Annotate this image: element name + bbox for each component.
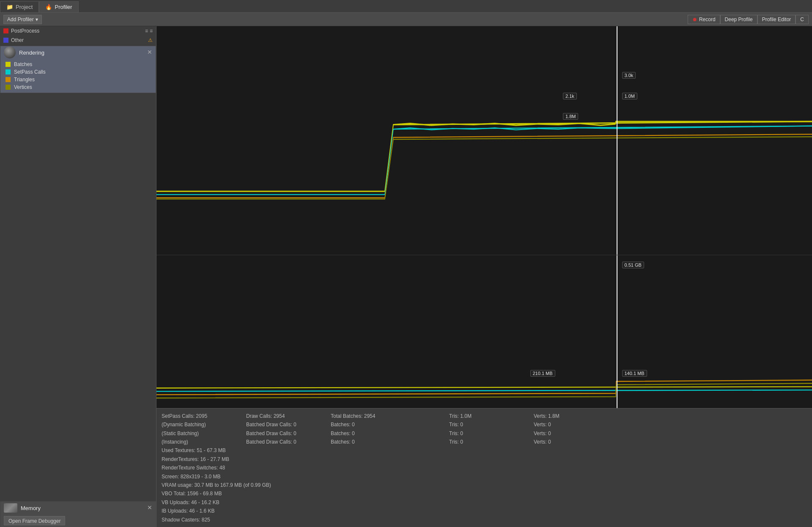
profiler-item-other[interactable]: Other ⚠ xyxy=(0,36,156,45)
stats-row-4: (Instancing) Batched Draw Calls: 0 Batch… xyxy=(162,438,807,446)
memory-title: Memory xyxy=(21,505,41,511)
profiler-tab-label: Profiler xyxy=(55,4,72,10)
record-button[interactable]: ⏺ Record xyxy=(688,15,720,24)
stats-verts-1: Verts: 1.8M xyxy=(534,412,618,420)
batches-label: Batches xyxy=(14,61,32,67)
deep-profile-button[interactable]: Deep Profile xyxy=(720,15,757,24)
dropdown-arrow-icon: ▾ xyxy=(36,17,38,22)
stats-instancing-label: (Instancing) xyxy=(162,438,246,446)
legend-item-batches: Batches xyxy=(5,61,151,67)
stats-dynamic-label: (Dynamic Batching) xyxy=(162,420,246,429)
tab-project[interactable]: 📁 Project xyxy=(0,1,39,12)
project-tab-label: Project xyxy=(16,4,33,10)
clear-label: C xyxy=(800,17,804,22)
stats-dynamic-draw: Batched Draw Calls: 0 xyxy=(246,420,331,429)
rendering-icon xyxy=(4,47,16,58)
open-frame-debugger-button[interactable]: Open Frame Debugger xyxy=(4,516,65,525)
open-frame-label: Open Frame Debugger xyxy=(8,518,60,524)
stats-instancing-draw: Batched Draw Calls: 0 xyxy=(246,438,331,446)
stats-vb-uploads: VB Uploads: 46 - 16.2 KB xyxy=(162,498,807,507)
postprocess-label: PostProcess xyxy=(11,28,39,34)
rendering-chart: 3.0k 2.1k 1.0M 1.8M xyxy=(156,26,812,255)
memory-icon xyxy=(4,503,17,513)
svg-rect-1 xyxy=(156,255,812,408)
rendering-legend: Batches SetPass Calls Triangles Vertices xyxy=(0,59,156,93)
stats-screen: Screen: 828x319 - 3.0 MB xyxy=(162,472,807,481)
tab-profiler[interactable]: 🔥 Profiler xyxy=(39,1,78,12)
label-1401mb: 140.1 MB xyxy=(622,370,647,377)
rendering-cursor-line xyxy=(617,26,617,255)
legend-item-setpass: SetPass Calls xyxy=(5,69,151,75)
rendering-section: Rendering ✕ Batches SetPass Calls Triang… xyxy=(0,46,156,93)
main-layout: PostProcess ≡ ≡ Other ⚠ Rendering ✕ xyxy=(0,26,812,527)
stats-instancing-batches: Batches: 0 xyxy=(331,438,449,446)
vertices-color xyxy=(5,85,11,90)
stats-dynamic-batches: Batches: 0 xyxy=(331,420,449,429)
setpass-label: SetPass Calls xyxy=(14,69,46,75)
menu-icon[interactable]: ≡ xyxy=(145,28,148,34)
stats-static-draw: Batched Draw Calls: 0 xyxy=(246,429,331,438)
stats-used-textures: Used Textures: 51 - 67.3 MB xyxy=(162,446,807,455)
stats-rt-switches: RenderTexture Switches: 48 xyxy=(162,464,807,472)
other-color-swatch xyxy=(3,38,8,43)
add-profiler-button[interactable]: Add Profiler ▾ xyxy=(3,15,42,24)
left-panel: PostProcess ≡ ≡ Other ⚠ Rendering ✕ xyxy=(0,26,156,527)
stats-row-1: SetPass Calls: 2095 Draw Calls: 2954 Tot… xyxy=(162,412,807,420)
memory-chart: 0.51 GB 210.1 MB 140.1 MB xyxy=(156,255,812,408)
stats-static-verts: Verts: 0 xyxy=(534,429,618,438)
stats-static-label: (Static Batching) xyxy=(162,429,246,438)
stats-total-batches: Total Batches: 2954 xyxy=(331,412,449,420)
project-tab-icon: 📁 xyxy=(6,4,13,10)
label-051gb: 0.51 GB xyxy=(622,262,644,268)
rendering-close-button[interactable]: ✕ xyxy=(147,49,152,55)
spacer-rendering xyxy=(0,93,156,501)
stats-panel: SetPass Calls: 2095 Draw Calls: 2954 Tot… xyxy=(156,408,812,527)
rendering-svg xyxy=(156,26,812,255)
rendering-title: Rendering xyxy=(19,50,44,56)
clear-button[interactable]: C xyxy=(796,15,809,24)
profiler-item-postprocess[interactable]: PostProcess ≡ ≡ xyxy=(0,26,156,36)
stats-shadow-casters: Shadow Casters: 825 xyxy=(162,516,807,524)
triangles-label: Triangles xyxy=(14,77,35,83)
label-3k: 3.0k xyxy=(622,72,636,79)
memory-cursor-line xyxy=(617,255,617,408)
chart-area[interactable]: 3.0k 2.1k 1.0M 1.8M 0.51 GB xyxy=(156,26,812,408)
toolbar: Add Profiler ▾ ⏺ Record Deep Profile Pro… xyxy=(0,13,812,26)
stats-dynamic-verts: Verts: 0 xyxy=(534,420,618,429)
stats-dynamic-tris: Tris: 0 xyxy=(449,420,534,429)
other-icons: ⚠ xyxy=(148,37,153,43)
stats-draw-calls: Draw Calls: 2954 xyxy=(246,412,331,420)
stats-row-3: (Static Batching) Batched Draw Calls: 0 … xyxy=(162,429,807,438)
toolbar-left: Add Profiler ▾ xyxy=(3,15,42,24)
record-label: Record xyxy=(699,17,716,22)
svg-rect-0 xyxy=(156,26,812,255)
stats-ib-uploads: IB Uploads: 46 - 1.6 KB xyxy=(162,507,807,515)
tab-bar: 📁 Project 🔥 Profiler xyxy=(0,0,812,13)
add-profiler-label: Add Profiler xyxy=(7,17,34,22)
triangles-color xyxy=(5,77,11,82)
memory-section: ✕ Memory Open Frame Debugger xyxy=(0,501,156,527)
menu2-icon[interactable]: ≡ xyxy=(150,28,153,34)
stats-row-2: (Dynamic Batching) Batched Draw Calls: 0… xyxy=(162,420,807,429)
stats-static-batches: Batches: 0 xyxy=(331,429,449,438)
postprocess-color-swatch xyxy=(3,28,8,33)
other-label: Other xyxy=(11,37,24,43)
toolbar-right: ⏺ Record Deep Profile Profile Editor C xyxy=(688,15,809,24)
memory-header: Memory xyxy=(0,502,156,514)
rendering-header: Rendering ✕ xyxy=(0,46,156,59)
label-1m: 1.0M xyxy=(622,93,637,99)
stats-render-textures: RenderTextures: 16 - 27.7 MB xyxy=(162,455,807,464)
stats-tris-1: Tris: 1.0M xyxy=(449,412,534,420)
profile-editor-label: Profile Editor xyxy=(762,17,791,22)
profile-editor-button[interactable]: Profile Editor xyxy=(757,15,796,24)
memory-close-button[interactable]: ✕ xyxy=(147,504,152,511)
deep-profile-label: Deep Profile xyxy=(725,17,753,22)
record-icon: ⏺ xyxy=(692,17,697,22)
batches-color xyxy=(5,62,11,67)
stats-vbo-total: VBO Total: 1596 - 69.8 MB xyxy=(162,489,807,498)
warning-icon: ⚠ xyxy=(148,37,153,43)
label-2101mb: 210.1 MB xyxy=(530,370,555,377)
postprocess-icons: ≡ ≡ xyxy=(145,28,153,34)
legend-item-triangles: Triangles xyxy=(5,77,151,83)
stats-vram: VRAM usage: 30.7 MB to 167.9 MB (of 0.99… xyxy=(162,481,807,489)
